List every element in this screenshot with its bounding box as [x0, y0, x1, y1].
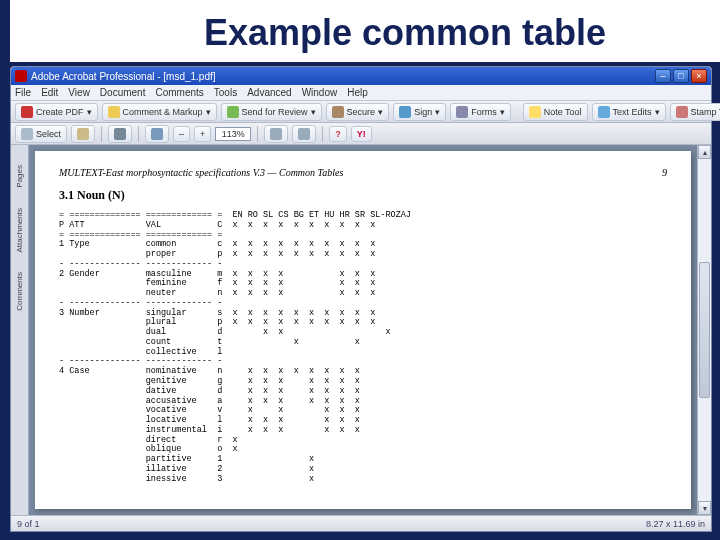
tab-pages[interactable]: Pages — [15, 165, 24, 188]
send-review-button[interactable]: Send for Review ▾ — [221, 103, 322, 121]
text-edits-button[interactable]: Text Edits ▾ — [592, 103, 666, 121]
hand-icon — [77, 128, 89, 140]
menu-window[interactable]: Window — [302, 87, 338, 98]
acrobat-window: Adobe Acrobat Professional - [msd_1.pdf]… — [10, 66, 712, 532]
yahoo-icon: Y! — [357, 129, 366, 139]
menu-help[interactable]: Help — [347, 87, 368, 98]
pen-icon — [399, 106, 411, 118]
page-icon — [270, 128, 282, 140]
sign-button[interactable]: Sign ▾ — [393, 103, 446, 121]
close-button[interactable]: × — [691, 69, 707, 83]
tab-comments[interactable]: Comments — [15, 272, 24, 311]
content-area: Pages Attachments Comments MULTEXT-East … — [11, 145, 711, 515]
scroll-track[interactable] — [698, 159, 711, 501]
zoom-out-button[interactable]: – — [173, 126, 190, 142]
document-viewport[interactable]: MULTEXT-East morphosyntactic specificati… — [29, 145, 697, 515]
forms-icon — [456, 106, 468, 118]
doc-header-left: MULTEXT-East morphosyntactic specificati… — [59, 167, 343, 178]
mail-icon — [227, 106, 239, 118]
app-icon — [15, 70, 27, 82]
scroll-thumb[interactable] — [699, 262, 710, 399]
width-icon — [298, 128, 310, 140]
comment-icon — [108, 106, 120, 118]
tab-attachments[interactable]: Attachments — [15, 208, 24, 252]
cursor-icon — [21, 128, 33, 140]
help-button[interactable]: ? — [329, 126, 347, 142]
doc-page-number: 9 — [662, 167, 667, 178]
text-icon — [598, 106, 610, 118]
menubar: File Edit View Document Comments Tools A… — [11, 85, 711, 101]
snapshot-button[interactable] — [108, 125, 132, 143]
menu-view[interactable]: View — [68, 87, 90, 98]
fit-width-button[interactable] — [292, 125, 316, 143]
select-tool-button[interactable]: Select — [15, 125, 67, 143]
pdf-page: MULTEXT-East morphosyntactic specificati… — [35, 151, 691, 509]
titlebar: Adobe Acrobat Professional - [msd_1.pdf]… — [11, 67, 711, 85]
menu-edit[interactable]: Edit — [41, 87, 58, 98]
note-tool-button[interactable]: Note Tool — [523, 103, 588, 121]
help-icon: ? — [335, 129, 341, 139]
menu-comments[interactable]: Comments — [155, 87, 203, 98]
scroll-down-button[interactable]: ▾ — [698, 501, 711, 515]
menu-advanced[interactable]: Advanced — [247, 87, 291, 98]
page-size: 8.27 x 11.69 in — [646, 519, 705, 529]
slide-title: Example common table — [10, 0, 720, 62]
lock-icon — [332, 106, 344, 118]
maximize-button[interactable]: □ — [673, 69, 689, 83]
toolbar-row-2: Select – + 113% ? Y! — [11, 123, 711, 145]
menu-document[interactable]: Document — [100, 87, 146, 98]
minimize-button[interactable]: – — [655, 69, 671, 83]
create-pdf-button[interactable]: Create PDF ▾ — [15, 103, 98, 121]
zoom-plus-button[interactable]: + — [194, 126, 211, 142]
secure-button[interactable]: Secure ▾ — [326, 103, 390, 121]
window-title: Adobe Acrobat Professional - [msd_1.pdf] — [31, 71, 216, 82]
vertical-scrollbar[interactable]: ▴ ▾ — [697, 145, 711, 515]
hand-tool-button[interactable] — [71, 125, 95, 143]
zoom-in-button[interactable] — [145, 125, 169, 143]
slide-title-bar: Example common table — [0, 0, 720, 62]
zoom-in-icon — [151, 128, 163, 140]
stamp-icon — [676, 106, 688, 118]
section-heading: 3.1 Noun (N) — [59, 188, 667, 203]
camera-icon — [114, 128, 126, 140]
menu-file[interactable]: File — [15, 87, 31, 98]
statusbar: 9 of 1 8.27 x 11.69 in — [11, 515, 711, 531]
stamp-tool-button[interactable]: Stamp Tool ▾ — [670, 103, 720, 121]
menu-tools[interactable]: Tools — [214, 87, 237, 98]
page-indicator: 9 of 1 — [17, 519, 40, 529]
scroll-up-button[interactable]: ▴ — [698, 145, 711, 159]
side-tab-strip: Pages Attachments Comments — [11, 145, 29, 515]
fit-page-button[interactable] — [264, 125, 288, 143]
yahoo-button[interactable]: Y! — [351, 126, 372, 142]
pdf-icon — [21, 106, 33, 118]
forms-button[interactable]: Forms ▾ — [450, 103, 511, 121]
comment-markup-button[interactable]: Comment & Markup ▾ — [102, 103, 217, 121]
morpho-table: = ============== ============= = EN RO S… — [59, 211, 667, 484]
note-icon — [529, 106, 541, 118]
zoom-field[interactable]: 113% — [215, 127, 251, 141]
toolbar-row-1: Create PDF ▾ Comment & Markup ▾ Send for… — [11, 101, 711, 123]
